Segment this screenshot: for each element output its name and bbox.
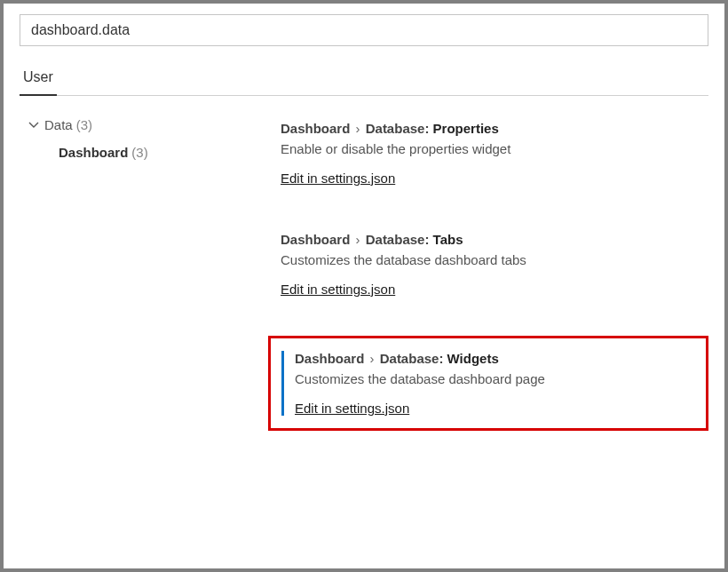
setting-description: Customizes the database dashboard tabs: [281, 252, 696, 267]
setting-title: Dashboard › Database: Widgets: [295, 351, 693, 366]
tree-item-count: (3): [76, 117, 92, 132]
setting-title: Dashboard › Database: Properties: [281, 121, 696, 136]
tabs-row: User: [20, 60, 708, 96]
setting-title: Dashboard › Database: Tabs: [281, 232, 696, 247]
edit-settings-json-link[interactable]: Edit in settings.json: [281, 171, 395, 186]
settings-list: Dashboard › Database: Properties Enable …: [250, 114, 708, 431]
tree-item-count: (3): [131, 145, 147, 160]
setting-description: Enable or disable the properties widget: [281, 141, 696, 156]
edit-settings-json-link[interactable]: Edit in settings.json: [281, 282, 395, 297]
setting-item-widgets: Dashboard › Database: Widgets Customizes…: [281, 351, 693, 416]
tree-item-dashboard[interactable]: Dashboard (3): [27, 141, 250, 163]
tree-item-label: Dashboard: [59, 145, 128, 160]
settings-search-input[interactable]: [20, 14, 708, 46]
tree-item-label: Data: [44, 117, 73, 132]
tab-user[interactable]: User: [20, 60, 57, 96]
tree-item-data[interactable]: Data (3): [27, 114, 250, 136]
settings-tree: Data (3) Dashboard (3): [20, 114, 250, 431]
edit-settings-json-link[interactable]: Edit in settings.json: [295, 401, 409, 416]
chevron-down-icon: [27, 118, 41, 132]
setting-item-properties: Dashboard › Database: Properties Enable …: [268, 114, 708, 203]
highlighted-setting-box: Dashboard › Database: Widgets Customizes…: [268, 336, 708, 431]
setting-item-tabs: Dashboard › Database: Tabs Customizes th…: [268, 225, 708, 314]
setting-description: Customizes the database dashboard page: [295, 371, 693, 386]
